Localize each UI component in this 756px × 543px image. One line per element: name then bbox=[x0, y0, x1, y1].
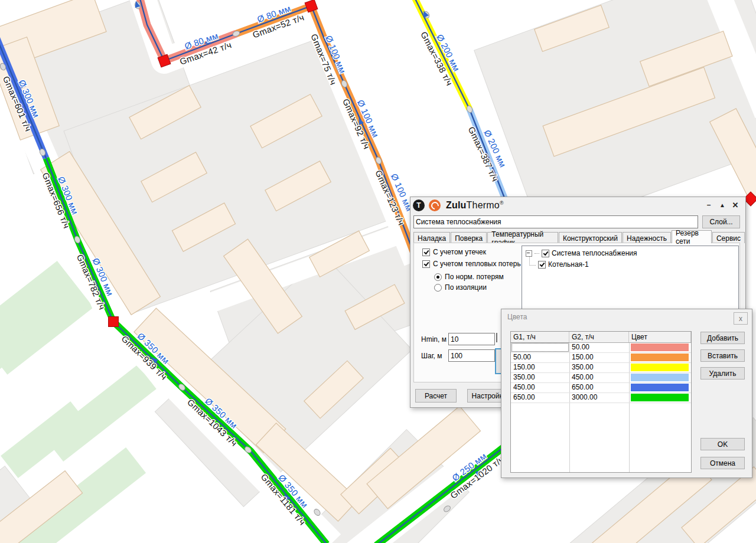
tree-collapse-icon[interactable] bbox=[526, 250, 532, 257]
cancel-button[interactable]: Отмена bbox=[700, 457, 745, 469]
app-title: ZuluThermo® bbox=[446, 200, 504, 211]
checkbox-leaks-row[interactable]: С учетом утечек bbox=[422, 248, 486, 256]
norm-losses-radio[interactable] bbox=[434, 273, 442, 281]
tree-root-label: Система теплоснабжения bbox=[552, 249, 637, 257]
edit-button-2[interactable]: Вставить bbox=[700, 349, 745, 362]
color-cell[interactable] bbox=[629, 342, 691, 352]
tree-child-label: Котельная-1 bbox=[548, 260, 589, 269]
colors-table[interactable]: G1, т/чG2, т/чЦвет 50.0050.00150.00150.0… bbox=[510, 331, 692, 473]
ok-button[interactable]: OK bbox=[700, 438, 745, 450]
color-range-row[interactable]: 50.00 bbox=[511, 342, 691, 353]
title-bar[interactable]: T ZuluThermo® – ▲ ✕ bbox=[410, 197, 745, 214]
tab-Надежность[interactable]: Надежность bbox=[623, 232, 671, 243]
tree-child-checkbox[interactable] bbox=[538, 261, 546, 269]
color-swatch[interactable] bbox=[631, 394, 689, 401]
tab-Температурный график[interactable]: Температурный график bbox=[487, 232, 558, 243]
radio-norm-row[interactable]: По норм. потерям bbox=[434, 273, 504, 281]
tab-Сервис[interactable]: Сервис bbox=[712, 232, 745, 243]
color-range-row[interactable]: 450.00650.00 bbox=[511, 382, 691, 393]
zulu-t-logo-icon: T bbox=[413, 199, 425, 211]
calc-button[interactable]: Расчет bbox=[415, 389, 457, 403]
column-header[interactable]: G1, т/ч bbox=[511, 332, 569, 342]
color-range-row[interactable]: 350.00450.00 bbox=[511, 372, 691, 383]
leaks-checkbox[interactable] bbox=[422, 248, 430, 256]
colors-table-header: G1, т/чG2, т/чЦвет bbox=[511, 332, 691, 343]
layer-button[interactable]: Слой... bbox=[702, 215, 740, 228]
g1-cell[interactable] bbox=[511, 342, 569, 352]
color-cell[interactable] bbox=[629, 372, 691, 382]
partially-hidden-checkbox[interactable] bbox=[496, 333, 497, 342]
hmin-label: Hmin, м bbox=[421, 335, 447, 344]
color-swatch[interactable] bbox=[631, 364, 689, 371]
g1-cell[interactable]: 50.00 bbox=[511, 352, 569, 362]
color-range-row[interactable]: 650.003000.00 bbox=[511, 392, 691, 403]
heatloss-checkbox[interactable] bbox=[422, 260, 430, 268]
color-swatch[interactable] bbox=[631, 354, 689, 361]
hmin-input[interactable] bbox=[448, 333, 495, 345]
tab-Поверка[interactable]: Поверка bbox=[451, 232, 487, 243]
tree-root-row[interactable]: Система теплоснабжения bbox=[526, 249, 637, 257]
colors-dialog: Цвета x G1, т/чG2, т/чЦвет 50.0050.00150… bbox=[501, 309, 752, 478]
color-swatch[interactable] bbox=[631, 384, 689, 391]
g2-cell[interactable]: 650.00 bbox=[569, 382, 629, 392]
color-range-row[interactable]: 150.00350.00 bbox=[511, 362, 691, 373]
color-cell[interactable] bbox=[629, 382, 691, 392]
tree-root-checkbox[interactable] bbox=[542, 250, 549, 257]
step-label: Шаг, м bbox=[421, 352, 442, 360]
column-header[interactable]: G2, т/ч bbox=[569, 332, 629, 342]
edit-button-1[interactable]: Добавить bbox=[700, 332, 745, 344]
maximize-button[interactable]: ▲ bbox=[716, 199, 728, 211]
zulu-gis-screen: Ø 300 ммGmax=601 т/чØ 300 ммGmax=656 т/ч… bbox=[0, 0, 756, 543]
system-name-input[interactable] bbox=[413, 215, 698, 228]
norm-losses-label: По норм. потерям bbox=[445, 273, 504, 281]
g2-cell[interactable]: 350.00 bbox=[569, 362, 629, 372]
colors-close-button[interactable]: x bbox=[734, 312, 748, 325]
tree-child-row[interactable]: Котельная-1 bbox=[529, 260, 589, 269]
color-swatch[interactable] bbox=[631, 344, 689, 351]
tab-strip: НаладкаПоверкаТемпературный графикКонстр… bbox=[413, 231, 745, 243]
leaks-label: С учетом утечек bbox=[433, 248, 486, 256]
tab-Резерв сети[interactable]: Резерв сети bbox=[672, 230, 712, 243]
color-cell[interactable] bbox=[629, 392, 691, 403]
g1-cell[interactable]: 350.00 bbox=[511, 372, 569, 382]
g1-cell[interactable]: 450.00 bbox=[511, 382, 569, 392]
tab-Наладка[interactable]: Наладка bbox=[413, 232, 450, 243]
step-input[interactable] bbox=[448, 349, 495, 362]
tab-Конструкторский[interactable]: Конструкторский bbox=[559, 232, 622, 243]
g1-cell[interactable]: 650.00 bbox=[511, 392, 569, 403]
color-cell[interactable] bbox=[629, 362, 691, 372]
g2-cell[interactable]: 450.00 bbox=[569, 372, 629, 382]
edit-button-3[interactable]: Удалить bbox=[700, 367, 745, 380]
g2-cell[interactable]: 3000.00 bbox=[569, 392, 629, 403]
insulation-radio[interactable] bbox=[434, 284, 442, 292]
minimize-button[interactable]: – bbox=[703, 199, 715, 211]
color-cell[interactable] bbox=[629, 352, 691, 362]
checkbox-heatloss-row[interactable]: С учетом тепловых потерь bbox=[422, 260, 521, 268]
insulation-label: По изоляции bbox=[445, 283, 487, 292]
color-swatch[interactable] bbox=[631, 374, 689, 381]
colors-dialog-title: Цвета bbox=[507, 313, 527, 321]
column-header[interactable]: Цвет bbox=[629, 332, 691, 342]
g1-cell[interactable]: 150.00 bbox=[511, 362, 569, 372]
g2-cell[interactable]: 150.00 bbox=[569, 352, 629, 362]
g2-cell[interactable]: 50.00 bbox=[569, 342, 629, 352]
radio-insulation-row[interactable]: По изоляции bbox=[434, 283, 487, 292]
junction-node[interactable] bbox=[109, 317, 119, 327]
zulu-swirl-logo-icon bbox=[429, 199, 441, 211]
color-range-row[interactable]: 50.00150.00 bbox=[511, 352, 691, 363]
heatloss-label: С учетом тепловых потерь bbox=[433, 260, 521, 268]
close-button[interactable]: ✕ bbox=[729, 199, 741, 211]
